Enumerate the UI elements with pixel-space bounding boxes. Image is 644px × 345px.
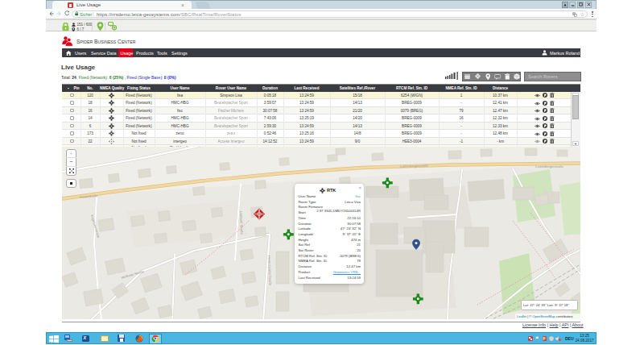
svg-text:Lindauer Straße: Lindauer Straße <box>239 210 244 235</box>
svg-text:Lutzenbergerstraße: Lutzenbergerstraße <box>535 164 564 168</box>
